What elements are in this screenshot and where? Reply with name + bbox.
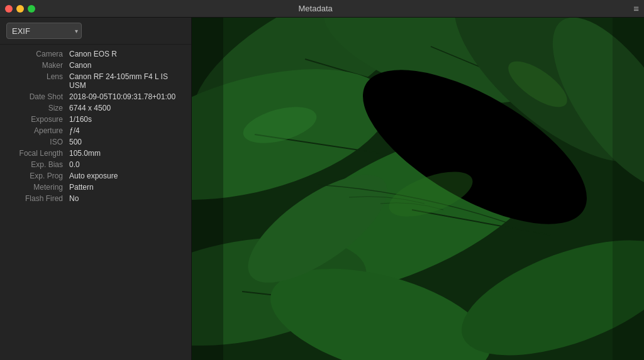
meta-value: Canon EOS R <box>69 50 117 58</box>
main-content: EXIF IPTC XMP All ▾ CameraCanon EOS RMak… <box>0 18 644 360</box>
meta-label: Focal Length <box>6 149 69 158</box>
metadata-row: Exp. Bias0.0 <box>0 159 191 170</box>
sidebar-panel: EXIF IPTC XMP All ▾ CameraCanon EOS RMak… <box>0 18 192 360</box>
meta-value: No <box>69 194 79 203</box>
meta-label: Date Shot <box>6 92 69 101</box>
meta-value: Canon <box>69 61 91 70</box>
meta-value: 1/160s <box>69 115 92 124</box>
meta-label: Exp. Bias <box>6 160 69 169</box>
metadata-row: Exposure1/160s <box>0 114 191 125</box>
metadata-row: LensCanon RF 24-105mm F4 L IS USM <box>0 71 191 91</box>
meta-label: Maker <box>6 61 69 70</box>
meta-value: Canon RF 24-105mm F4 L IS USM <box>69 72 185 90</box>
svg-rect-18 <box>613 18 644 360</box>
metadata-row: MeteringPattern <box>0 182 191 193</box>
meta-label: Aperture <box>6 126 69 135</box>
photo-area <box>192 18 644 360</box>
metadata-row: ISO500 <box>0 136 191 148</box>
metadata-row: Apertureƒ/4 <box>0 125 191 136</box>
metadata-row: MakerCanon <box>0 60 191 71</box>
meta-label: Flash Fired <box>6 194 69 203</box>
meta-label: Camera <box>6 50 69 58</box>
meta-value: 0.0 <box>69 160 80 169</box>
meta-label: Exp. Prog <box>6 172 69 180</box>
metadata-row: Flash FiredNo <box>0 193 191 204</box>
metadata-row: Focal Length105.0mm <box>0 148 191 159</box>
meta-value: 500 <box>69 138 82 146</box>
meta-value: Auto exposure <box>69 172 118 180</box>
metadata-row: Date Shot2018-09-05T10:09:31.78+01:00 <box>0 91 191 102</box>
metadata-table: CameraCanon EOS RMakerCanonLensCanon RF … <box>0 45 191 360</box>
meta-label: Lens <box>6 72 69 81</box>
metadata-type-select[interactable]: EXIF IPTC XMP All <box>6 23 82 39</box>
exif-dropdown-wrapper[interactable]: EXIF IPTC XMP All ▾ <box>6 23 82 39</box>
meta-label: Metering <box>6 183 69 192</box>
dropdown-area: EXIF IPTC XMP All ▾ <box>0 18 191 45</box>
title-bar: Metadata ≡ <box>0 0 644 18</box>
meta-label: Size <box>6 104 69 112</box>
meta-value: 2018-09-05T10:09:31.78+01:00 <box>69 92 175 101</box>
meta-value: Pattern <box>69 183 94 192</box>
meta-label: ISO <box>6 138 69 146</box>
menu-icon[interactable]: ≡ <box>633 3 639 14</box>
meta-value: ƒ/4 <box>69 126 80 135</box>
photo-background <box>192 18 644 360</box>
metadata-row: CameraCanon EOS R <box>0 48 191 60</box>
meta-value: 105.0mm <box>69 149 101 158</box>
metadata-row: Size6744 x 4500 <box>0 102 191 114</box>
metadata-row: Exp. ProgAuto exposure <box>0 170 191 182</box>
svg-rect-17 <box>192 18 223 360</box>
meta-value: 6744 x 4500 <box>69 104 111 112</box>
window-title: Metadata <box>0 4 633 13</box>
meta-label: Exposure <box>6 115 69 124</box>
